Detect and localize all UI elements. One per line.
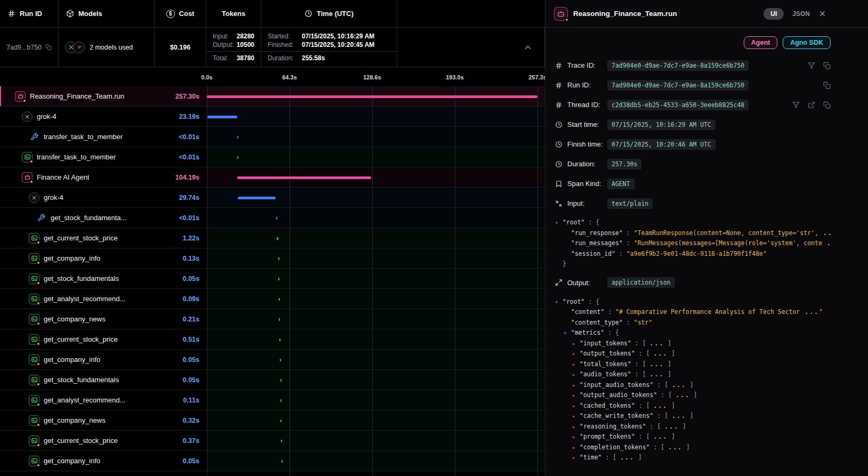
- tool-call-icon: [29, 132, 39, 142]
- span-name: get_company_info: [44, 254, 100, 262]
- copy-icon[interactable]: [823, 62, 831, 69]
- bracket-close: ]: [686, 412, 694, 419]
- json-line: ▸"input_audio_tokens" : [ ... ]: [555, 380, 831, 391]
- trace-row[interactable]: get_company_news0.21s: [0, 309, 545, 329]
- tool-icon: [29, 435, 39, 446]
- external-link-icon[interactable]: [808, 101, 815, 109]
- caret-icon[interactable]: ▸: [572, 432, 580, 442]
- span-track: [207, 269, 545, 288]
- json-key: "output_tokens": [580, 350, 635, 357]
- span-name: get_company_news: [44, 416, 106, 424]
- span-duration: 257.30s: [175, 93, 199, 100]
- time-tick: 257.3s: [528, 74, 546, 80]
- caret-icon[interactable]: ▸: [572, 338, 580, 349]
- caret-icon[interactable]: ▾: [555, 297, 562, 308]
- caret-icon[interactable]: ▾: [555, 217, 562, 228]
- trace-row[interactable]: get_company_news0.32s: [0, 410, 545, 431]
- bracket-close: ]: [664, 370, 671, 378]
- tool-call-icon: [36, 213, 46, 223]
- field-label: Input:: [567, 199, 585, 207]
- trace-row[interactable]: get_stock_fundamentals0.05s: [0, 370, 545, 390]
- trace-row[interactable]: get_company_info0.05s: [0, 350, 545, 370]
- col-run-id-label: Run ID: [20, 10, 42, 18]
- caret-icon[interactable]: ▸: [572, 401, 580, 412]
- clock-icon: [555, 121, 562, 128]
- caret-icon[interactable]: ▸: [572, 359, 580, 370]
- caret-icon[interactable]: ▸: [572, 411, 580, 422]
- trace-row[interactable]: get_stock_fundamentals0.05s: [0, 269, 545, 289]
- json-key: "session_id": [571, 250, 615, 257]
- json-key: "input_audio_tokens": [580, 381, 653, 389]
- bracket-close: ]: [682, 443, 690, 451]
- json-colon: :: [585, 298, 596, 305]
- clock-icon: [555, 141, 562, 148]
- run-table-row[interactable]: 7ad9...b750 2 models used $0.196 Input:2…: [0, 28, 545, 67]
- time-tick: 128.6s: [363, 74, 381, 80]
- trace-row[interactable]: get_current_stock_price1.22s: [0, 228, 545, 248]
- trace-row[interactable]: get_current_stock_price0.51s: [0, 329, 545, 350]
- json-key: "run_messages": [571, 239, 623, 247]
- caret-icon[interactable]: ▸: [572, 442, 580, 453]
- trace-row[interactable]: grok-429.74s: [0, 188, 545, 208]
- span-bar: [282, 460, 283, 463]
- time-started-label: Started:: [268, 33, 299, 40]
- brace-close: }: [562, 260, 566, 268]
- time-cell: Started:07/15/2025, 10:16:29 AM Finished…: [261, 28, 397, 67]
- span-track: [207, 350, 545, 369]
- trace-row[interactable]: transfer_task_to_member<0.01s: [0, 147, 545, 167]
- trace-row[interactable]: transfer_task_to_member<0.01s: [0, 127, 545, 147]
- trace-row[interactable]: Finance AI Agent104.19s: [0, 167, 545, 188]
- span-name: get_current_stock_price: [44, 437, 118, 445]
- caret-icon[interactable]: ▸: [572, 349, 580, 359]
- span-name: Reasoning_Finance_Team.run: [30, 92, 124, 100]
- span-bar: [237, 136, 238, 139]
- json-string: "a9e6f9b2-9e01-48dc-9118-a1b790f1f48e: [626, 250, 763, 257]
- field-label: Output:: [567, 279, 590, 287]
- json-key: "root": [562, 298, 585, 305]
- copy-icon[interactable]: [823, 82, 831, 89]
- detail-panel: Reasoning_Finance_Team.run UI JSON Agent…: [545, 0, 868, 476]
- span-name: get_analyst_recommend...: [44, 295, 125, 303]
- span-bar: [280, 399, 282, 402]
- span-name-cell: transfer_task_to_member<0.01s: [0, 127, 207, 147]
- ellipsis: ...: [818, 229, 831, 237]
- bracket-open: [: [664, 412, 672, 419]
- json-string: "str: [634, 319, 649, 326]
- caret-icon[interactable]: ▸: [572, 422, 580, 432]
- close-icon[interactable]: [818, 10, 826, 18]
- caret-icon[interactable]: ▾: [564, 328, 571, 338]
- caret-icon[interactable]: ▸: [572, 380, 580, 391]
- bracket-open: [: [646, 433, 654, 440]
- copy-icon[interactable]: [45, 44, 52, 51]
- caret-icon[interactable]: ▸: [572, 390, 580, 401]
- bracket-open: [: [646, 350, 654, 357]
- caret-icon[interactable]: ▸: [572, 453, 580, 463]
- trace-row[interactable]: grok-423.19s: [0, 107, 545, 127]
- filter-icon[interactable]: [792, 101, 800, 109]
- ui-view-toggle[interactable]: UI: [763, 8, 784, 20]
- caret-icon[interactable]: ▸: [572, 369, 580, 380]
- trace-row[interactable]: get_analyst_recommend...0.09s: [0, 289, 545, 309]
- copy-icon[interactable]: [823, 101, 831, 109]
- trace-row[interactable]: get_current_stock_price0.37s: [0, 431, 545, 451]
- field-value: AGENT: [607, 179, 634, 189]
- json-line: ▸"prompt_tokens" : [ ... ]: [555, 432, 831, 442]
- span-name: get_company_info: [44, 356, 100, 364]
- filter-icon[interactable]: [808, 62, 815, 69]
- models-used-label: 2 models used: [90, 44, 133, 51]
- json-view-toggle[interactable]: JSON: [792, 10, 810, 18]
- chevron-up-icon[interactable]: [523, 43, 533, 52]
- tool-icon: [29, 314, 39, 325]
- trace-row[interactable]: Reasoning_Finance_Team.run257.30s: [0, 86, 545, 107]
- json-line: ▸"output_tokens" : [ ... ]: [555, 349, 831, 359]
- json-line: "run_messages" : "RunMessages(messages=[…: [555, 238, 831, 249]
- trace-row[interactable]: get_company_info0.05s: [0, 451, 545, 471]
- ellipsis: ...: [650, 370, 664, 378]
- trace-row[interactable]: get_analyst_recommend...0.11s: [0, 390, 545, 410]
- span-name-cell: get_current_stock_price0.51s: [0, 329, 207, 349]
- trace-row[interactable]: get_stock_fundamenta...<0.01s: [0, 208, 545, 228]
- span-name-cell: grok-423.19s: [0, 107, 207, 126]
- json-key: "output_audio_tokens": [580, 391, 657, 399]
- span-name: get_current_stock_price: [44, 335, 118, 343]
- trace-row[interactable]: get_company_info0.13s: [0, 248, 545, 269]
